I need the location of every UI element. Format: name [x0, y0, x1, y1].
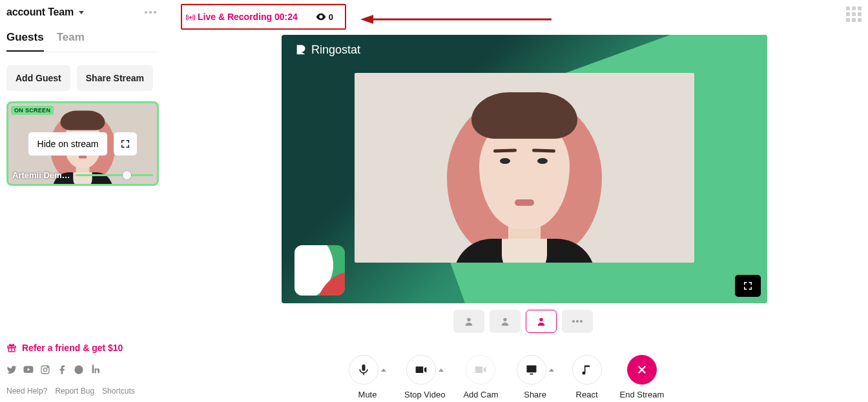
report-bug-link[interactable]: Report Bug [55, 387, 94, 396]
sidebar-action-row: Add Guest Share Stream [6, 65, 159, 91]
svg-point-7 [190, 17, 191, 18]
guest-name: Artemii Deme… [12, 170, 70, 180]
youtube-link[interactable] [23, 365, 34, 375]
linkedin-link[interactable] [90, 365, 101, 375]
control-mute: Mute [349, 355, 386, 399]
end-stream-button[interactable] [627, 355, 657, 385]
facebook-icon [57, 365, 67, 375]
account-dropdown[interactable]: account Team [6, 6, 84, 18]
volume-handle[interactable] [123, 171, 131, 179]
refer-friend-text: Refer a friend & get $10 [22, 343, 123, 353]
share-button[interactable] [517, 355, 546, 385]
react-label: React [576, 390, 598, 399]
control-add-cam: Add Cam [463, 355, 498, 399]
close-icon [636, 364, 648, 376]
svg-point-4 [47, 367, 48, 368]
shortcuts-link[interactable]: Shortcuts [102, 387, 135, 396]
svg-point-6 [92, 365, 94, 367]
layout-option-1[interactable] [453, 310, 484, 333]
broadcast-icon [186, 13, 194, 21]
stop-video-label: Stop Video [404, 390, 445, 399]
twitter-link[interactable] [6, 365, 17, 375]
layout-selector [453, 310, 593, 333]
apps-grid-button[interactable] [846, 6, 862, 22]
need-help-link[interactable]: Need Help? [6, 387, 47, 396]
expand-guest-button[interactable] [114, 132, 137, 156]
svg-rect-13 [526, 365, 536, 372]
linkedin-icon [90, 365, 101, 375]
control-stop-video: Stop Video [404, 355, 445, 399]
mute-button[interactable] [349, 355, 378, 385]
sidebar-more-button[interactable] [142, 8, 159, 16]
control-dock: Mute Stop Video Add Cam Share [349, 355, 664, 399]
svg-point-12 [539, 318, 542, 321]
svg-rect-14 [530, 374, 533, 375]
live-recording-text: Live & Recording 00:24 [198, 12, 298, 22]
eye-icon [316, 13, 326, 21]
screen-share-icon [525, 363, 538, 376]
video-options-caret[interactable] [439, 368, 444, 372]
share-options-caret[interactable] [549, 368, 554, 372]
tab-team[interactable]: Team [57, 27, 85, 52]
expand-icon [119, 138, 131, 150]
caret-down-icon [79, 11, 84, 14]
hide-on-stream-button[interactable]: Hide on stream [28, 132, 108, 156]
viewer-count: 0 [329, 12, 333, 22]
viewer-count-pill[interactable]: 0 [308, 11, 341, 23]
control-react: React [572, 355, 602, 399]
reddit-link[interactable] [74, 365, 84, 375]
share-stream-button[interactable]: Share Stream [77, 65, 153, 91]
facebook-link[interactable] [57, 365, 67, 375]
brand-text: Ringostat [311, 43, 360, 57]
control-end-stream: End Stream [620, 355, 665, 399]
guest-card[interactable]: ON SCREEN Hide on stream Artemii Deme… [6, 101, 159, 186]
sidebar-footer-links: Need Help? Report Bug Shortcuts [6, 387, 159, 396]
main-stage: Ringostat [282, 35, 767, 303]
instagram-icon [40, 365, 50, 375]
stop-video-button[interactable] [406, 355, 436, 385]
add-guest-button[interactable]: Add Guest [6, 65, 70, 91]
react-button[interactable] [572, 355, 602, 385]
brand-logo: Ringostat [294, 43, 360, 57]
add-cam-button[interactable] [466, 355, 495, 385]
refer-friend-link[interactable]: Refer a friend & get $10 [6, 343, 159, 353]
guest-volume-slider[interactable] [76, 174, 153, 176]
add-camera-icon [474, 363, 487, 376]
end-stream-label: End Stream [620, 390, 665, 399]
live-recording-indicator: Live & Recording 00:24 [186, 12, 298, 22]
main-video-feed [355, 73, 694, 263]
svg-marker-9 [360, 15, 373, 24]
gift-icon [6, 343, 17, 353]
person-icon [500, 316, 510, 327]
music-note-icon [581, 363, 594, 376]
reddit-icon [74, 365, 84, 375]
svg-point-10 [467, 318, 470, 321]
sidebar: account Team Guests Team Add Guest Share… [0, 0, 165, 402]
video-camera-icon [415, 363, 428, 376]
recording-status-box: Live & Recording 00:24 0 [181, 4, 346, 30]
tab-guests[interactable]: Guests [6, 27, 44, 52]
instagram-link[interactable] [40, 365, 50, 375]
svg-point-3 [43, 368, 46, 371]
svg-point-11 [503, 318, 506, 321]
twitter-icon [6, 365, 17, 375]
layout-option-2[interactable] [490, 310, 521, 333]
brand-square-logo [294, 245, 345, 296]
sidebar-tabs: Guests Team [6, 27, 159, 52]
person-icon [536, 316, 546, 327]
control-share: Share [517, 355, 554, 399]
brand-mark-icon [294, 43, 309, 57]
layout-more-button[interactable] [562, 310, 593, 333]
guest-name-row: Artemii Deme… [12, 170, 153, 180]
mute-options-caret[interactable] [381, 368, 386, 372]
svg-point-5 [74, 365, 83, 374]
social-links [6, 365, 159, 375]
layout-option-3[interactable] [526, 310, 557, 333]
person-icon [464, 316, 474, 327]
fullscreen-icon [742, 280, 754, 292]
fullscreen-button[interactable] [735, 275, 761, 297]
add-cam-label: Add Cam [463, 390, 498, 399]
mute-label: Mute [358, 390, 377, 399]
microphone-icon [357, 363, 370, 376]
annotation-arrow [360, 14, 554, 25]
